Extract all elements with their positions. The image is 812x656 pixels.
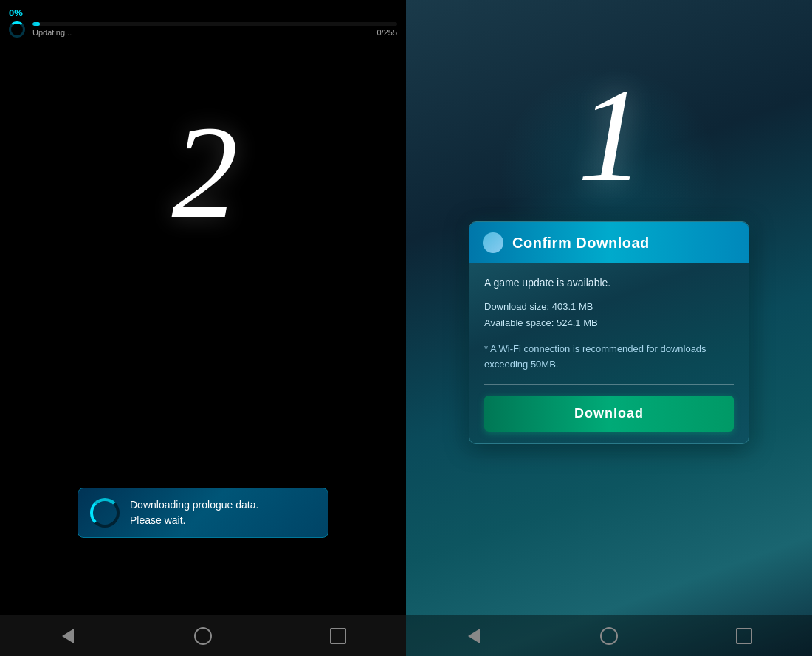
back-button[interactable] xyxy=(53,621,83,651)
confirm-download-dialog: Confirm Download A game update is availa… xyxy=(469,221,749,444)
update-spinner xyxy=(9,21,25,38)
available-space-label: Available space: 524.1 MB xyxy=(484,317,598,328)
downloading-box: Downloading prologue data. Please wait. xyxy=(78,488,328,538)
right-big-number: 1 xyxy=(578,59,641,212)
dialog-title-circle-icon xyxy=(483,232,503,253)
status-bar: 0% Updating... 0/255 xyxy=(0,0,406,42)
count-label: 0/255 xyxy=(376,28,397,37)
percent-label: 0% xyxy=(9,7,397,18)
download-size-label: Download size: 403.1 MB xyxy=(484,301,593,312)
update-available-text: A game update is available. xyxy=(484,277,734,289)
left-panel: 0% Updating... 0/255 2 Downloading prolo… xyxy=(0,0,406,656)
right-back-button[interactable] xyxy=(459,621,489,651)
right-panel: 1 Confirm Download A game update is avai… xyxy=(406,0,812,656)
progress-bar-bg xyxy=(32,22,397,26)
right-home-button[interactable] xyxy=(594,621,624,651)
dl-text-line2: Please wait. xyxy=(130,514,185,526)
left-nav-bar xyxy=(0,615,406,656)
left-big-number: 2 xyxy=(172,96,235,249)
updating-label: Updating... xyxy=(32,28,72,37)
progress-bar-container: Updating... 0/255 xyxy=(32,22,397,37)
progress-text: Updating... 0/255 xyxy=(32,28,397,37)
right-nav-bar xyxy=(406,615,812,656)
dl-text: Downloading prologue data. Please wait. xyxy=(130,497,258,528)
dialog-divider xyxy=(484,384,734,385)
size-info: Download size: 403.1 MB Available space:… xyxy=(484,299,734,331)
dialog-title: Confirm Download xyxy=(512,235,650,252)
home-button[interactable] xyxy=(188,621,218,651)
dl-spinner xyxy=(90,498,120,528)
dialog-title-bar: Confirm Download xyxy=(469,222,749,263)
right-recents-button[interactable] xyxy=(729,621,759,651)
recents-button[interactable] xyxy=(323,621,353,651)
wifi-notice: * A Wi-Fi connection is recommended for … xyxy=(484,342,734,373)
progress-bar-fill xyxy=(32,22,40,26)
dialog-body: A game update is available. Download siz… xyxy=(469,263,749,443)
progress-row: Updating... 0/255 xyxy=(9,21,397,38)
download-button[interactable]: Download xyxy=(484,396,734,432)
dl-text-line1: Downloading prologue data. xyxy=(130,499,258,511)
